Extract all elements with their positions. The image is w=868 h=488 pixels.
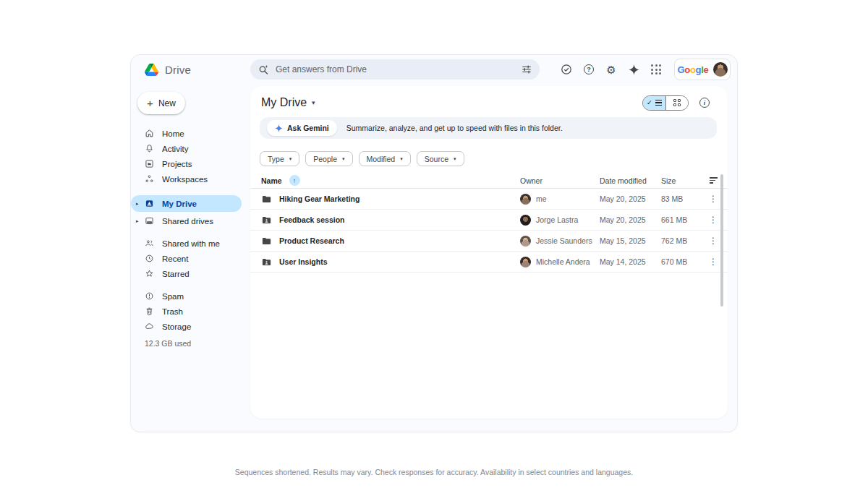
search-icon bbox=[258, 64, 269, 75]
sidebar: + New Home Activity Projects Workspaces bbox=[131, 84, 250, 432]
table-row[interactable]: Hiking Gear Marketing me May 20, 2025 83… bbox=[250, 189, 728, 210]
list-view-button[interactable]: ✓ bbox=[643, 96, 665, 110]
top-app-bar: Drive ? bbox=[131, 55, 737, 84]
column-header-name[interactable]: Name ↑ bbox=[261, 175, 520, 186]
table-header-row: Name ↑ Owner Date modified Size bbox=[250, 173, 728, 189]
recent-icon bbox=[145, 254, 154, 263]
kebab-menu-icon[interactable]: ⋮ bbox=[709, 236, 718, 246]
file-name: Feedback session bbox=[279, 215, 344, 224]
filter-chip-type[interactable]: Type▾ bbox=[260, 151, 299, 166]
column-header-size[interactable]: Size bbox=[661, 176, 699, 185]
filter-chip-people[interactable]: People▾ bbox=[305, 151, 352, 166]
table-row[interactable]: Product Research Jessie Saunders May 15,… bbox=[250, 231, 728, 252]
list-view-icon bbox=[655, 100, 662, 106]
projects-icon bbox=[145, 159, 154, 168]
page-title-caret-icon[interactable]: ▾ bbox=[312, 99, 315, 106]
view-toggle: ✓ bbox=[642, 95, 689, 111]
scrollbar[interactable] bbox=[720, 174, 723, 307]
activity-icon bbox=[145, 144, 154, 153]
spam-icon bbox=[145, 291, 154, 301]
search-input[interactable] bbox=[276, 64, 515, 74]
sort-ascending-icon[interactable]: ↑ bbox=[289, 175, 300, 186]
filter-chip-modified[interactable]: Modified▾ bbox=[359, 151, 411, 166]
workspaces-icon bbox=[145, 174, 154, 184]
my-drive-icon bbox=[145, 199, 154, 208]
storage-used-label: 12.3 GB used bbox=[131, 339, 250, 348]
owner-avatar bbox=[520, 194, 531, 205]
shared-folder-icon bbox=[261, 257, 272, 267]
file-table: Name ↑ Owner Date modified Size Hiking G… bbox=[250, 173, 728, 273]
kebab-menu-icon[interactable]: ⋮ bbox=[709, 194, 718, 204]
sidebar-divider bbox=[131, 281, 250, 288]
owner-name: Michelle Andera bbox=[536, 257, 590, 266]
sidebar-divider bbox=[131, 228, 250, 236]
sidebar-item-my-drive[interactable]: ▸ My Drive bbox=[131, 195, 242, 212]
drive-app-window: Drive ? bbox=[130, 54, 738, 432]
column-header-owner[interactable]: Owner bbox=[520, 176, 600, 185]
drive-logo-icon bbox=[145, 64, 158, 76]
owner-name: Jessie Saunders bbox=[536, 236, 592, 245]
file-name: Hiking Gear Marketing bbox=[279, 194, 359, 203]
kebab-menu-icon[interactable]: ⋮ bbox=[709, 215, 718, 225]
gemini-banner-text: Summarize, analyze, and get up to speed … bbox=[346, 124, 563, 132]
file-size: 762 MB bbox=[661, 236, 699, 245]
kebab-menu-icon[interactable]: ⋮ bbox=[709, 257, 718, 267]
search-bar[interactable] bbox=[250, 59, 540, 80]
info-icon[interactable]: i bbox=[699, 98, 710, 108]
check-icon: ✓ bbox=[647, 99, 652, 106]
owner-name: Jorge Lastra bbox=[536, 215, 578, 224]
sidebar-divider bbox=[131, 187, 250, 194]
tune-icon[interactable] bbox=[522, 64, 532, 74]
sidebar-item-home[interactable]: Home bbox=[131, 126, 242, 141]
sidebar-item-starred[interactable]: Starred bbox=[131, 266, 242, 281]
apps-grid-icon[interactable] bbox=[650, 64, 662, 75]
sidebar-item-activity[interactable]: Activity bbox=[131, 141, 242, 156]
owner-avatar bbox=[520, 257, 531, 267]
gemini-sparkle-icon bbox=[275, 124, 283, 132]
shared-with-me-icon bbox=[145, 239, 154, 248]
new-button[interactable]: + New bbox=[137, 92, 185, 114]
sidebar-item-trash[interactable]: Trash bbox=[131, 304, 242, 319]
grid-view-button[interactable] bbox=[665, 96, 689, 110]
filter-chip-source[interactable]: Source▾ bbox=[417, 151, 464, 166]
file-size: 661 MB bbox=[661, 215, 699, 224]
offline-status-icon[interactable] bbox=[561, 64, 572, 75]
user-avatar bbox=[713, 62, 728, 77]
sidebar-item-spam[interactable]: Spam bbox=[131, 288, 242, 304]
google-account-button[interactable]: Google bbox=[674, 59, 731, 80]
file-size: 670 MB bbox=[661, 257, 699, 266]
owner-avatar bbox=[520, 215, 531, 226]
date-modified: May 15, 2025 bbox=[600, 236, 661, 245]
sidebar-item-shared-drives[interactable]: ▸ Shared drives bbox=[131, 213, 242, 228]
table-row[interactable]: Feedback session Jorge Lastra May 20, 20… bbox=[250, 210, 728, 231]
help-icon[interactable]: ? bbox=[583, 64, 595, 75]
shared-drives-icon bbox=[145, 216, 154, 226]
content-card: My Drive ▾ ✓ i Ask Gemini bbox=[250, 86, 728, 419]
sidebar-item-shared-with-me[interactable]: Shared with me bbox=[131, 236, 242, 251]
chevron-down-icon: ▾ bbox=[289, 156, 292, 162]
drive-logo-area[interactable]: Drive bbox=[131, 64, 250, 76]
gemini-banner: Ask Gemini Summarize, analyze, and get u… bbox=[260, 117, 717, 139]
ask-gemini-button[interactable]: Ask Gemini bbox=[267, 120, 337, 136]
ask-gemini-label: Ask Gemini bbox=[287, 124, 329, 132]
list-settings-icon[interactable] bbox=[710, 177, 718, 184]
sidebar-item-projects[interactable]: Projects bbox=[131, 156, 242, 171]
sidebar-item-workspaces[interactable]: Workspaces bbox=[131, 171, 242, 187]
starred-icon bbox=[145, 269, 154, 278]
expand-caret-icon[interactable]: ▸ bbox=[136, 201, 139, 207]
expand-caret-icon[interactable]: ▸ bbox=[136, 218, 139, 224]
title-row: My Drive ▾ ✓ i bbox=[261, 93, 710, 112]
column-header-date-modified[interactable]: Date modified bbox=[600, 176, 661, 185]
page: Drive ? bbox=[0, 0, 868, 488]
storage-icon bbox=[145, 322, 154, 331]
sidebar-item-recent[interactable]: Recent bbox=[131, 251, 242, 266]
settings-icon[interactable]: ⚙ bbox=[605, 64, 617, 75]
file-size: 83 MB bbox=[661, 194, 699, 203]
google-wordmark: Google bbox=[677, 63, 708, 76]
sidebar-item-storage[interactable]: Storage bbox=[131, 319, 242, 334]
new-button-label: New bbox=[158, 98, 176, 108]
table-row[interactable]: User Insights Michelle Andera May 14, 20… bbox=[250, 252, 728, 273]
plus-icon: + bbox=[147, 98, 153, 108]
folder-icon bbox=[261, 194, 272, 205]
gemini-icon[interactable] bbox=[628, 64, 639, 75]
